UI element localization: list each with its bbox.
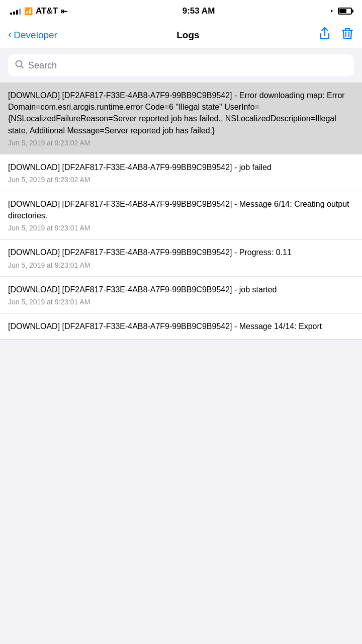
log-message: [DOWNLOAD] [DF2AF817-F33E-4AB8-A7F9-99BB… <box>8 247 354 258</box>
list-item: [DOWNLOAD] [DF2AF817-F33E-4AB8-A7F9-99BB… <box>0 191 362 239</box>
list-item: [DOWNLOAD] [DF2AF817-F33E-4AB8-A7F9-99BB… <box>0 83 362 154</box>
list-item: [DOWNLOAD] [DF2AF817-F33E-4AB8-A7F9-99BB… <box>0 277 362 313</box>
status-bar: 📶 AT&T ⇤ 9:53 AM ‣ <box>0 0 362 22</box>
back-button[interactable]: ‹ Developer <box>8 30 57 41</box>
cast-icon: ⇤ <box>61 7 67 16</box>
log-message: [DOWNLOAD] [DF2AF817-F33E-4AB8-A7F9-99BB… <box>8 162 354 173</box>
log-list: [DOWNLOAD] [DF2AF817-F33E-4AB8-A7F9-99BB… <box>0 83 362 340</box>
delete-button[interactable] <box>341 27 354 44</box>
chevron-left-icon: ‹ <box>8 29 12 40</box>
page-title: Logs <box>176 30 199 41</box>
log-timestamp: Jun 5, 2019 at 9:23:02 AM <box>8 139 354 147</box>
list-item: [DOWNLOAD] [DF2AF817-F33E-4AB8-A7F9-99BB… <box>0 239 362 276</box>
search-icon <box>15 60 24 71</box>
log-message: [DOWNLOAD] [DF2AF817-F33E-4AB8-A7F9-99BB… <box>8 320 354 332</box>
carrier-label: AT&T <box>36 6 58 16</box>
status-time: 9:53 AM <box>183 6 215 16</box>
list-item: [DOWNLOAD] [DF2AF817-F33E-4AB8-A7F9-99BB… <box>0 154 362 191</box>
log-timestamp: Jun 5, 2019 at 9:23:02 AM <box>8 176 354 184</box>
log-message: [DOWNLOAD] [DF2AF817-F33E-4AB8-A7F9-99BB… <box>8 284 354 295</box>
wifi-icon: 📶 <box>24 7 33 15</box>
list-item: [DOWNLOAD] [DF2AF817-F33E-4AB8-A7F9-99BB… <box>0 313 362 340</box>
trash-icon <box>341 27 354 41</box>
search-input[interactable] <box>28 60 347 71</box>
share-icon <box>319 27 331 41</box>
log-timestamp: Jun 5, 2019 at 9:23:01 AM <box>8 224 354 232</box>
battery-icon <box>338 8 352 15</box>
share-button[interactable] <box>319 27 331 44</box>
log-timestamp: Jun 5, 2019 at 9:23:01 AM <box>8 261 354 269</box>
nav-actions <box>319 27 354 44</box>
log-message: [DOWNLOAD] [DF2AF817-F33E-4AB8-A7F9-99BB… <box>8 198 354 221</box>
search-bar-container <box>0 48 362 83</box>
log-message: [DOWNLOAD] [DF2AF817-F33E-4AB8-A7F9-99BB… <box>8 90 354 136</box>
navigation-bar: ‹ Developer Logs <box>0 22 362 48</box>
location-icon: ‣ <box>330 7 334 15</box>
status-right: ‣ <box>330 7 352 15</box>
battery-fill <box>339 9 346 13</box>
battery-indicator <box>338 8 352 15</box>
back-label: Developer <box>14 30 57 41</box>
log-timestamp: Jun 5, 2019 at 9:23:01 AM <box>8 298 354 306</box>
status-left: 📶 AT&T ⇤ <box>10 6 67 16</box>
search-bar <box>8 54 354 76</box>
signal-bars-icon <box>10 8 21 15</box>
